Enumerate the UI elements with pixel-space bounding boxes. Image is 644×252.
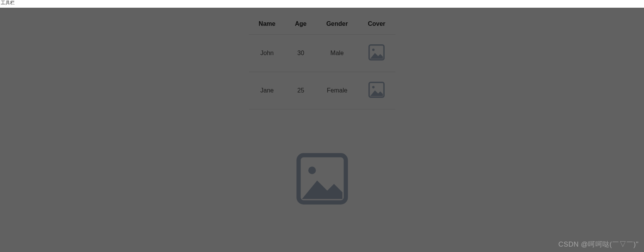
image-placeholder-icon[interactable] [368,81,385,98]
cell-name: John [249,35,286,72]
cell-age: 30 [285,35,316,72]
svg-point-3 [372,86,375,88]
top-bar-label: 工具栏 [1,0,15,5]
header-age: Age [285,13,316,35]
header-gender: Gender [316,13,358,35]
cell-name: Jane [249,72,286,109]
cell-cover [358,35,395,72]
table-row: Jane 25 Female [249,72,395,109]
image-placeholder-icon[interactable] [368,44,385,61]
svg-point-1 [372,49,375,51]
large-image-preview [295,152,349,206]
header-cover: Cover [358,13,395,35]
cell-age: 25 [285,72,316,109]
content-area: Name Age Gender Cover John 30 Male [0,8,644,252]
cell-cover [358,72,395,109]
main-wrapper: Name Age Gender Cover John 30 Male [0,8,644,206]
data-table: Name Age Gender Cover John 30 Male [249,13,395,109]
svg-point-5 [308,166,316,174]
watermark: CSDN @呵呵哒(￣▽￣)" [558,240,639,249]
table-row: John 30 Male [249,35,395,72]
cell-gender: Male [316,35,358,72]
table-header-row: Name Age Gender Cover [249,13,395,35]
cell-gender: Female [316,72,358,109]
header-name: Name [249,13,286,35]
image-placeholder-icon[interactable] [295,152,349,206]
top-bar: 工具栏 [0,0,644,8]
